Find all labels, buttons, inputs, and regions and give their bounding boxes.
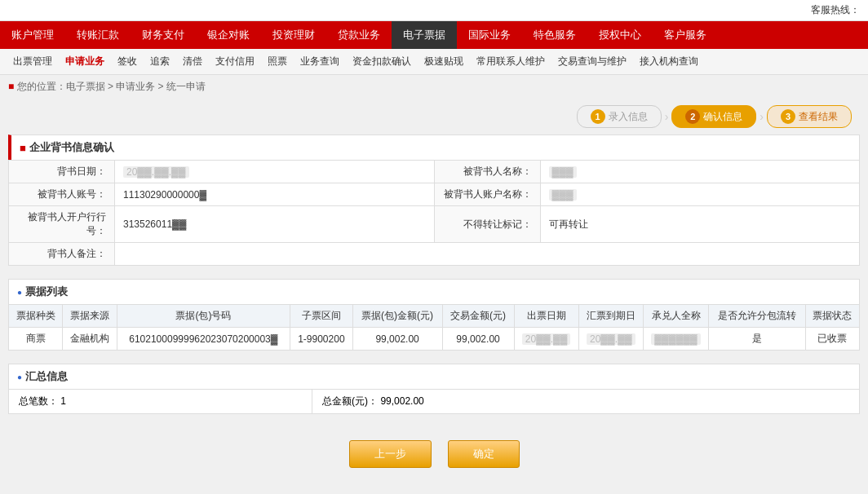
th-source: 票据来源	[63, 305, 117, 328]
th-status: 票据状态	[805, 305, 859, 328]
th-allow-split: 是否允许分包流转	[709, 305, 806, 328]
th-amount: 票据(包)金额(元)	[352, 305, 442, 328]
ticket-list-section: 票据列表 票据种类 票据来源 票据(包)号码 子票区间 票据(包)金额(元) 交…	[8, 279, 860, 351]
nav-auth[interactable]: 授权中心	[587, 21, 653, 49]
button-area: 上一步 确定	[8, 427, 860, 481]
subnav-tx-query[interactable]: 交易查询与维护	[551, 52, 633, 71]
th-acceptor: 承兑人全称	[644, 305, 709, 328]
endorsement-date-label: 背书日期：	[9, 161, 115, 183]
content-area: 企业背书信息确认 背书日期： 20▓▓.▓▓.▓▓ 被背书人名称： ▓▓▓ 被背…	[0, 135, 868, 494]
subnav-issue[interactable]: 出票管理	[7, 52, 59, 71]
endorsed-account-name-label: 被背书人账户名称：	[434, 183, 540, 206]
subnav-contacts[interactable]: 常用联系人维护	[470, 52, 551, 71]
endorsed-account-name-value: ▓▓▓	[540, 183, 860, 206]
nav-finance[interactable]: 财务支付	[131, 21, 196, 49]
step-1-num: 1	[591, 109, 605, 124]
summary-section: 汇总信息 总笔数： 1 总金额(元)： 99,002.00	[8, 364, 860, 414]
endorsed-name-label: 被背书人名称：	[434, 161, 540, 183]
remark-label: 背书人备注：	[9, 243, 115, 266]
row-allow-split: 是	[709, 328, 806, 351]
subnav-institution[interactable]: 接入机构查询	[633, 52, 705, 71]
row-acceptor: ▓▓▓▓▓▓	[644, 328, 709, 351]
th-sub-range: 子票区间	[290, 305, 353, 328]
nav-special[interactable]: 特色服务	[522, 21, 587, 49]
info-row-4: 背书人备注：	[9, 243, 860, 266]
endorsement-info-table: 背书日期： 20▓▓.▓▓.▓▓ 被背书人名称： ▓▓▓ 被背书人账号： 111…	[8, 160, 860, 266]
not-transfer-value: 可再转让	[540, 206, 860, 243]
step-2-num: 2	[685, 109, 700, 124]
nav-reconcile[interactable]: 银企对账	[196, 21, 261, 49]
endorsement-date-value: 20▓▓.▓▓.▓▓	[115, 161, 435, 183]
subnav-apply[interactable]: 申请业务	[59, 52, 111, 71]
breadcrumb: 您的位置：电子票据 > 申请业务 > 统一申请	[0, 75, 868, 99]
sub-nav: 出票管理 申请业务 签收 追索 清偿 支付信用 照票 业务查询 资金扣款确认 极…	[0, 49, 868, 75]
step-3: 3 查看结果	[767, 105, 852, 128]
remark-value	[115, 243, 860, 266]
subnav-discount[interactable]: 极速贴现	[418, 52, 470, 71]
step-2-label: 确认信息	[703, 110, 742, 124]
row-trade-amount: 99,002.00	[442, 328, 514, 351]
th-type: 票据种类	[9, 305, 63, 328]
subnav-deduct[interactable]: 资金扣款确认	[346, 52, 418, 71]
subnav-query[interactable]: 业务查询	[294, 52, 346, 71]
nav-transfer[interactable]: 转账汇款	[65, 21, 131, 49]
subnav-sign[interactable]: 签收	[111, 52, 144, 71]
nav-account[interactable]: 账户管理	[0, 21, 65, 49]
ticket-table: 票据种类 票据来源 票据(包)号码 子票区间 票据(包)金额(元) 交易金额(元…	[8, 304, 860, 351]
row-source: 金融机构	[63, 328, 117, 351]
step-1: 1 录入信息	[577, 105, 662, 128]
nav-service[interactable]: 客户服务	[653, 21, 718, 49]
th-number: 票据(包)号码	[117, 305, 290, 328]
step-1-label: 录入信息	[609, 110, 648, 124]
endorsed-name-value: ▓▓▓	[540, 161, 860, 183]
total-amount-label: 总金额(元)： 99,002.00	[312, 390, 860, 414]
subnav-clear[interactable]: 清偿	[176, 52, 209, 71]
subnav-photo[interactable]: 照票	[261, 52, 294, 71]
service-hotline-label: 客服热线：	[811, 3, 860, 17]
top-bar: 客服热线：	[0, 0, 868, 21]
info-row-1: 背书日期： 20▓▓.▓▓.▓▓ 被背书人名称： ▓▓▓	[9, 161, 860, 183]
info-row-3: 被背书人开户行行号： 313526011▓▓ 不得转让标记： 可再转让	[9, 206, 860, 243]
step-arrow-2: ›	[758, 110, 765, 123]
step-2: 2 确认信息	[671, 105, 756, 128]
total-amount-value: 99,002.00	[380, 395, 423, 407]
nav-invest[interactable]: 投资理财	[261, 21, 326, 49]
table-row: 商票 金融机构 61021000999962023070200003▓ 1-99…	[9, 328, 860, 351]
step-3-num: 3	[781, 109, 795, 124]
row-amount: 99,002.00	[352, 328, 442, 351]
summary-table: 总笔数： 1 总金额(元)： 99,002.00	[8, 389, 860, 414]
row-sub-range: 1-9900200	[290, 328, 353, 351]
row-number: 61021000999962023070200003▓	[117, 328, 290, 351]
ticket-header-row: 票据种类 票据来源 票据(包)号码 子票区间 票据(包)金额(元) 交易金额(元…	[9, 305, 860, 328]
prev-button[interactable]: 上一步	[349, 440, 432, 468]
th-issue-date: 出票日期	[514, 305, 578, 328]
endorsed-bank-label: 被背书人开户行行号：	[9, 206, 115, 243]
endorsed-bank-value: 313526011▓▓	[115, 206, 435, 243]
endorsed-account-value: 11130290000000▓	[115, 183, 435, 206]
nav-intl[interactable]: 国际业务	[457, 21, 522, 49]
section-header-endorsement: 企业背书信息确认	[8, 135, 860, 160]
confirm-button[interactable]: 确定	[448, 440, 520, 468]
subnav-trace[interactable]: 追索	[144, 52, 176, 71]
step-arrow-1: ›	[663, 110, 671, 123]
nav-loan[interactable]: 贷款业务	[326, 21, 392, 49]
ticket-table-body: 商票 金融机构 61021000999962023070200003▓ 1-99…	[9, 328, 860, 351]
th-expire-date: 汇票到期日	[578, 305, 643, 328]
info-row-2: 被背书人账号： 11130290000000▓ 被背书人账户名称： ▓▓▓	[9, 183, 860, 206]
step-3-label: 查看结果	[799, 110, 838, 124]
row-status: 已收票	[805, 328, 859, 351]
not-transfer-label: 不得转让标记：	[434, 206, 540, 243]
row-expire-date: 20▓▓.▓▓	[578, 328, 643, 351]
nav-ticket[interactable]: 电子票据	[392, 21, 457, 49]
ticket-table-head: 票据种类 票据来源 票据(包)号码 子票区间 票据(包)金额(元) 交易金额(元…	[9, 305, 860, 328]
row-issue-date: 20▓▓.▓▓	[514, 328, 578, 351]
summary-header: 汇总信息	[8, 364, 860, 389]
steps-indicator: 1 录入信息 › 2 确认信息 › 3 查看结果	[0, 99, 868, 135]
th-trade-amount: 交易金额(元)	[442, 305, 514, 328]
main-nav: 账户管理 转账汇款 财务支付 银企对账 投资理财 贷款业务 电子票据 国际业务 …	[0, 21, 868, 49]
summary-row: 总笔数： 1 总金额(元)： 99,002.00	[9, 390, 860, 414]
total-count-value: 1	[60, 395, 66, 407]
total-count-label: 总笔数： 1	[9, 390, 312, 414]
subnav-credit[interactable]: 支付信用	[209, 52, 261, 71]
endorsed-account-label: 被背书人账号：	[9, 183, 115, 206]
